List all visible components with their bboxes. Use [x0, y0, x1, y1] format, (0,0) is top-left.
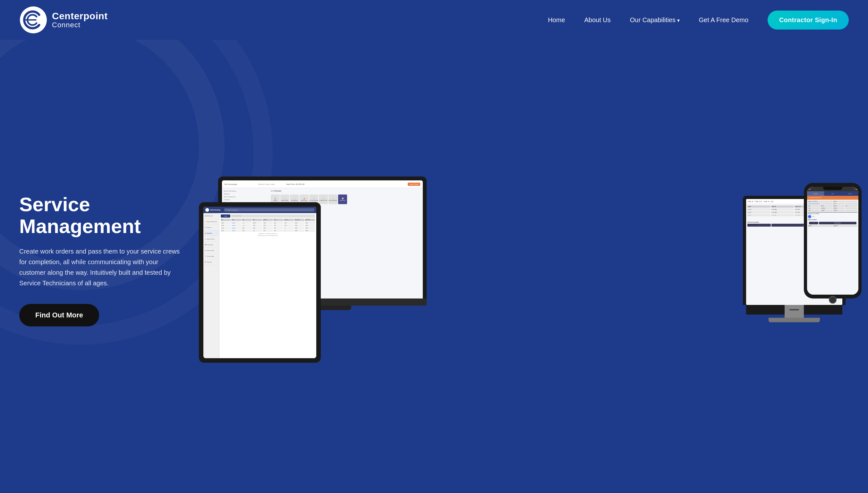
- tablet-table-row: 01/79 #Invoice Paid 3,870 10/15 2.9K 0 1…: [221, 227, 315, 229]
- tablet-table-row: 01/80 #Invoice Open 3,870 10/15 3.3K 3.3…: [221, 224, 315, 227]
- tablet-sidebar-item: 🔍Reports: [203, 225, 219, 231]
- phone-btn-bar: ≡ Include Repair +: [808, 221, 858, 225]
- brand-name: Centerpoint: [52, 10, 108, 21]
- tablet-sidebar-item: 📁Book of Business: [203, 219, 219, 225]
- hero-title: Service Management: [19, 194, 199, 237]
- nav-link-demo[interactable]: Get A Free Demo: [699, 16, 749, 23]
- phone-content-row: LBR 1:24 AM 1:20 AM: [808, 210, 858, 212]
- phone-content-row: TAB TAB IN TAB OUT SEL: [808, 205, 858, 207]
- tablet-device: Elite Roofing 🔍 Search in Invoice ◉All A…: [199, 202, 321, 363]
- nav-link-home[interactable]: Home: [548, 16, 565, 23]
- device-mockups: My Homepage Service Type: Leak Sale Pric…: [199, 170, 849, 363]
- tablet-sidebar-item: 💬Sessions: [203, 259, 219, 265]
- phone-notch: [823, 187, 842, 190]
- tablet-table-row: 01/62 #Invoice Paid L24 9/25 1.0K 0 10/2…: [221, 230, 315, 232]
- laptop-top-bar: My Homepage Service Type: Leak Sale Pric…: [222, 180, 423, 188]
- nav-item-home[interactable]: Home: [548, 16, 565, 24]
- monitor-base-foot: [769, 318, 820, 322]
- nav-item-demo[interactable]: Get A Free Demo: [699, 16, 749, 24]
- nav-item-about[interactable]: About Us: [584, 16, 611, 24]
- find-out-more-button[interactable]: Find Out More: [19, 304, 99, 326]
- phone-grid-btn: ≡: [809, 222, 818, 224]
- phone-frame: 3:05 ▪▪▪ ◉ Invoice View ✏ Edit ⚠ Centerp…: [804, 183, 862, 299]
- phone-content-row: 5/7/22 ▲ Service Crew #1 Travel: [808, 203, 858, 205]
- nav-link-capabilities[interactable]: Our Capabilities: [630, 16, 680, 23]
- tablet-main: ≡ All Total Items: 148 / Total: INV INV …: [219, 213, 316, 358]
- navigation: Centerpoint Connect Home About Us Our Ca…: [0, 0, 868, 40]
- tablet-top-bar: Elite Roofing 🔍 Search in Invoice: [203, 207, 316, 213]
- phone-device: 3:05 ▪▪▪ ◉ Invoice View ✏ Edit ⚠ Centerp…: [804, 183, 862, 299]
- tablet-logo: [205, 208, 209, 212]
- logo-icon: [19, 6, 47, 34]
- tablet-table-row: 01/92 8+Work Open 3,8679 10/15 3,4K 3.4K…: [221, 222, 315, 224]
- logo-text: Centerpoint Connect: [52, 10, 108, 29]
- tablet-sidebar-item-active: 💰Invoices: [203, 231, 219, 236]
- phone-content-row: DATE ID: 04/15/2022 TIME ID: [808, 200, 858, 202]
- phone-content-row: AREAS QUANTITY: [808, 225, 858, 227]
- stage-box: ✓AUTHORIZED: [329, 194, 337, 204]
- phone-tab-edit: ✏ Edit: [841, 191, 859, 196]
- tablet-sidebar-item: ⚙Service Calls: [203, 248, 219, 254]
- hero-content: Service Management Create work orders an…: [19, 194, 199, 339]
- tablet-table-header: INV INV # AIT WO ADDED Total Amt Due Mon…: [221, 219, 315, 221]
- phone-app-ui: 3:05 ▪▪▪ ◉ Invoice View ✏ Edit ⚠ Centerp…: [807, 187, 859, 295]
- tablet-frame: Elite Roofing 🔍 Search in Invoice ◉All A…: [199, 202, 321, 363]
- phone-tab-invoice: Invoice: [807, 191, 824, 196]
- phone-alert-bar: ⚠ Centerpoint Connect Invoice: [807, 196, 859, 200]
- tablet-body: ◉All Activities 📁Book of Business 🔍Repor…: [203, 213, 316, 358]
- tablet-sidebar-item: 📊Opportunities: [203, 236, 219, 242]
- brand-sub: Connect: [52, 21, 108, 29]
- tablet-sidebar: ◉All Activities 📁Book of Business 🔍Repor…: [203, 213, 219, 358]
- tablet-search: 🔍 Search in Invoice: [224, 208, 314, 212]
- monitor-base-neck: [785, 305, 804, 318]
- stage-box-active: 📊INVOICE: [338, 194, 347, 204]
- hero-description: Create work orders and pass them to your…: [19, 246, 186, 288]
- tablet-app-ui: Elite Roofing 🔍 Search in Invoice ◉All A…: [203, 207, 316, 358]
- phone-tab-bar: Invoice View ✏ Edit: [807, 191, 859, 196]
- hero-section: Service Management Create work orders an…: [0, 40, 868, 493]
- tablet-sidebar-item: 📍Service Map: [203, 254, 219, 259]
- tablet-sidebar-item: ◉All Activities: [203, 213, 219, 219]
- phone-tab-view: View: [824, 191, 841, 196]
- phone-home-button: [829, 296, 837, 304]
- nav-links: Home About Us Our Capabilities Get A Fre…: [548, 16, 748, 24]
- phone-screen: 3:05 ▪▪▪ ◉ Invoice View ✏ Edit ⚠ Centerp…: [807, 187, 859, 295]
- phone-content-row: 5 (hr) 11:36 AM 1:02 PM: [808, 207, 858, 209]
- tablet-screen: Elite Roofing 🔍 Search in Invoice ◉All A…: [203, 207, 316, 358]
- phone-content: DATE ID: 04/15/2022 TIME ID 5/7/22 ▲ Ser…: [807, 200, 859, 228]
- tablet-sidebar-item: 🏗Productions: [203, 242, 219, 248]
- nav-link-about[interactable]: About Us: [584, 16, 611, 23]
- phone-include-repair-btn: Include Repair +: [819, 222, 856, 224]
- contractor-signin-button[interactable]: Contractor Sign-In: [767, 10, 849, 29]
- nav-item-capabilities[interactable]: Our Capabilities: [630, 16, 680, 24]
- logo[interactable]: Centerpoint Connect: [19, 6, 108, 34]
